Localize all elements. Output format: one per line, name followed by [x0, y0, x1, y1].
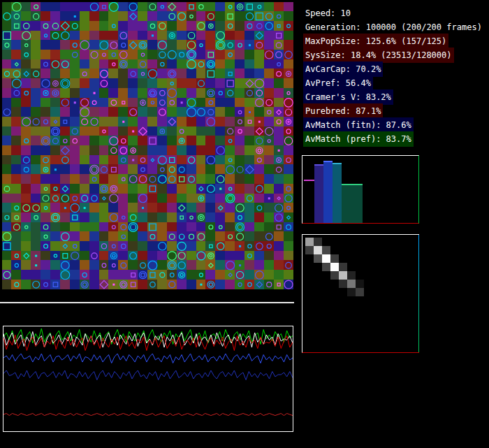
matrix-cell — [322, 263, 330, 271]
matrix-cell — [339, 280, 347, 288]
matrix-cell — [330, 288, 339, 296]
matrix-cell — [339, 271, 347, 280]
matrix-cell — [305, 280, 314, 288]
matrix-cell — [356, 271, 364, 280]
stat-text: AvPref: 56.4% — [303, 75, 373, 91]
series-red-low — [3, 414, 293, 416]
matrix-cell — [322, 280, 330, 288]
series-blue-dark — [3, 370, 293, 380]
stat-text: SysSize: 18.4% (23513/128000) — [303, 48, 454, 63]
stat-line: AvMatch (fitn): 87.6% — [303, 117, 484, 131]
matrix-cell — [314, 288, 322, 296]
matrix-cell — [322, 288, 330, 296]
stat-text: AvCarCap: 70.2% — [303, 62, 383, 77]
matrix-cell — [305, 263, 314, 271]
population-bar — [314, 164, 323, 223]
matrix-cell — [347, 254, 356, 263]
matrix-cell — [356, 280, 364, 288]
heatmap-right-border — [418, 235, 419, 352]
matrix-cell — [322, 246, 330, 254]
stat-line: SysSize: 18.4% (23513/128000) — [303, 48, 484, 62]
matrix-cell — [330, 246, 339, 254]
matrix-cell — [322, 271, 330, 280]
matrix-cell — [339, 288, 347, 296]
matrix-cell — [356, 254, 364, 263]
matrix-cell — [347, 238, 356, 246]
stat-text: AvMatch (fitn): 87.6% — [303, 117, 414, 133]
matrix-cell — [330, 254, 339, 263]
matrix-cell — [330, 280, 339, 288]
timeseries-svg — [3, 326, 293, 431]
mating-matrix-cells — [305, 238, 364, 296]
stat-line: MaxPopSize: 125.6% (157/125) — [303, 34, 484, 48]
matrix-cell — [339, 263, 347, 271]
stat-text: AvMatch (pref): 83.7% — [303, 131, 414, 147]
series-blue-bright — [3, 354, 293, 363]
matrix-cell — [330, 263, 339, 271]
world-grid-canvas[interactable] — [2, 2, 293, 289]
matrix-cell — [322, 254, 330, 263]
matrix-cell — [339, 246, 347, 254]
simulation-window: { "window": { "background": "#000000", "… — [0, 0, 489, 448]
matrix-cell — [347, 271, 356, 280]
stat-line: AvPref: 56.4% — [303, 75, 484, 89]
mating-matrix-chart — [302, 234, 419, 353]
matrix-cell — [305, 254, 314, 263]
matrix-cell — [347, 280, 356, 288]
separator-line — [0, 302, 294, 303]
matrix-cell — [339, 254, 347, 263]
matrix-cell — [347, 288, 356, 296]
matrix-cell — [314, 246, 322, 254]
stat-line: Purebred: 87.1% — [303, 103, 484, 117]
matrix-cell — [339, 238, 347, 246]
matrix-cell — [314, 271, 322, 280]
matrix-cell — [305, 288, 314, 296]
matrix-cell — [305, 238, 314, 246]
stat-line: AvCarCap: 70.2% — [303, 62, 484, 75]
matrix-cell — [330, 271, 339, 280]
population-bar — [323, 161, 333, 223]
stat-line: AvMatch (pref): 83.7% — [303, 131, 484, 145]
matrix-cell — [356, 263, 364, 271]
matrix-cell — [356, 246, 364, 254]
matrix-cell — [314, 238, 322, 246]
matrix-cell — [314, 254, 322, 263]
matrix-cell — [347, 246, 356, 254]
matrix-cell — [314, 263, 322, 271]
matrix-cell — [330, 238, 339, 246]
population-bar — [333, 163, 342, 223]
stat-line: Generation: 100000 (200/200 frames) — [303, 20, 484, 34]
stat-text: Cramer's V: 83.2% — [303, 89, 393, 105]
stat-line: Speed: 10 — [303, 6, 484, 20]
matrix-cell — [356, 238, 364, 246]
stat-text: Purebred: 87.1% — [303, 103, 383, 119]
stat-line: Cramer's V: 83.2% — [303, 89, 484, 103]
matrix-cell — [356, 288, 364, 296]
sex-ratio-chart: m f — [302, 155, 419, 224]
matrix-cell — [347, 263, 356, 271]
marker-line — [304, 180, 314, 181]
population-bar — [342, 184, 363, 223]
stat-text: Generation: 100000 (200/200 frames) — [303, 20, 484, 35]
matrix-cell — [305, 246, 314, 254]
stat-text: Speed: 10 — [303, 6, 353, 21]
matrix-cell — [305, 271, 314, 280]
stats-panel: Speed: 10 Generation: 100000 (200/200 fr… — [303, 6, 484, 145]
matrix-cell — [314, 280, 322, 288]
matrix-cell — [322, 238, 330, 246]
timeseries-chart — [3, 326, 293, 432]
stat-text: MaxPopSize: 125.6% (157/125) — [303, 34, 448, 49]
